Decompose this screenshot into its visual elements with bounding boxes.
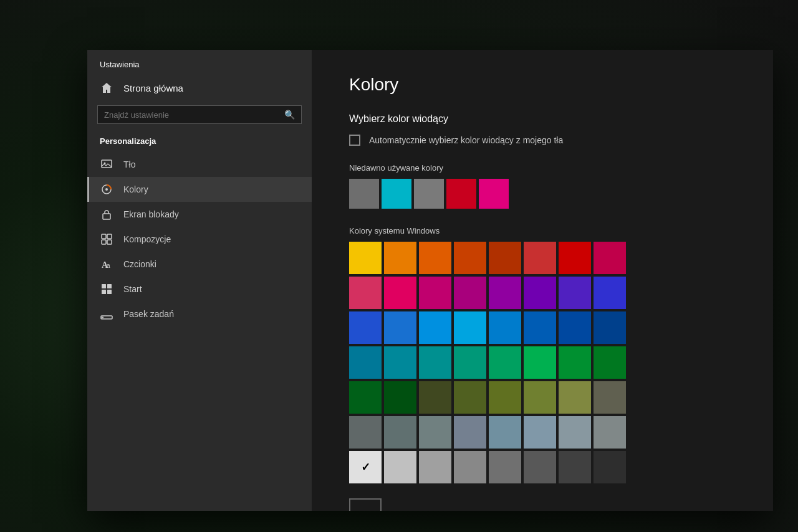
sidebar-item-label-tlo: Tło [123,159,135,169]
sidebar-item-label-start: Start [123,284,142,294]
color-cell-3[interactable] [454,242,486,274]
auto-color-checkbox[interactable] [349,135,360,146]
color-cell-47[interactable] [594,416,626,449]
color-cell-49[interactable] [384,451,416,483]
home-button[interactable]: Strona główna [87,74,312,102]
color-cell-22[interactable] [559,311,591,344]
color-cell-6[interactable] [559,242,591,274]
recent-color-4[interactable] [479,179,509,209]
color-cell-38[interactable] [559,381,591,414]
svg-rect-8 [107,240,112,244]
svg-rect-14 [107,290,112,294]
color-cell-25[interactable] [384,346,416,379]
color-cell-52[interactable] [489,451,521,483]
sidebar-item-czcionki[interactable]: Aa Czcionki [87,252,312,277]
sidebar-item-label-czcionki: Czcionki [123,259,156,269]
color-cell-14[interactable] [559,277,591,309]
auto-color-label: Automatycznie wybierz kolor wiodący z mo… [369,135,563,145]
color-cell-45[interactable] [524,416,556,449]
svg-rect-6 [107,234,112,239]
custom-color-row: + Kolor niestandardowy [349,498,736,511]
color-cell-13[interactable] [524,277,556,309]
color-cell-0[interactable] [349,242,382,274]
color-cell-44[interactable] [489,416,521,449]
search-icon[interactable]: 🔍 [284,110,295,120]
sidebar-item-label-kompozycje: Kompozycje [123,234,171,244]
color-cell-4[interactable] [489,242,521,274]
color-cell-31[interactable] [594,346,626,379]
color-cell-28[interactable] [489,346,521,379]
color-cell-40[interactable] [349,416,382,449]
recent-color-3[interactable] [446,179,476,209]
sidebar-item-label-ekran: Ekran blokady [123,209,179,219]
color-cell-1[interactable] [384,242,416,274]
font-icon: Aa [100,258,113,270]
color-cell-39[interactable] [594,381,626,414]
sidebar-item-start[interactable]: Start [87,277,312,302]
color-cell-2[interactable] [419,242,451,274]
color-cell-27[interactable] [454,346,486,379]
recent-colors-row [349,179,736,209]
color-cell-20[interactable] [489,311,521,344]
color-cell-29[interactable] [524,346,556,379]
color-cell-51[interactable] [454,451,486,483]
svg-rect-5 [102,234,106,239]
svg-rect-0 [102,160,112,168]
color-cell-34[interactable] [419,381,451,414]
color-cell-46[interactable] [559,416,591,449]
auto-color-row: Automatycznie wybierz kolor wiodący z mo… [349,135,736,146]
color-cell-15[interactable] [594,277,626,309]
color-cell-55[interactable] [594,451,626,483]
svg-rect-11 [102,284,106,288]
svg-text:a: a [107,262,110,269]
sidebar-item-kompozycje[interactable]: Kompozycje [87,227,312,252]
color-cell-37[interactable] [524,381,556,414]
sidebar-item-tlo[interactable]: Tło [87,152,312,177]
search-input[interactable] [104,110,284,120]
color-cell-16[interactable] [349,311,382,344]
color-cell-12[interactable] [489,277,521,309]
color-cell-17[interactable] [384,311,416,344]
color-cell-11[interactable] [454,277,486,309]
color-cell-41[interactable] [384,416,416,449]
svg-rect-7 [102,240,106,244]
color-cell-10[interactable] [419,277,451,309]
color-cell-26[interactable] [419,346,451,379]
recent-colors-label: Niedawno używane kolory [349,163,736,173]
color-cell-36[interactable] [489,381,521,414]
sidebar-item-pasek-zadan[interactable]: Pasek zadań [87,302,312,326]
custom-color-button[interactable]: + [349,498,382,511]
color-cell-19[interactable] [454,311,486,344]
color-cell-7[interactable] [594,242,626,274]
color-cell-32[interactable] [349,381,382,414]
color-cell-50[interactable] [419,451,451,483]
app-title: Ustawienia [87,50,312,74]
color-cell-23[interactable] [594,311,626,344]
color-cell-9[interactable] [384,277,416,309]
color-cell-43[interactable] [454,416,486,449]
sidebar-item-label-kolory: Kolory [123,184,148,194]
color-cell-48[interactable]: ✓ [349,451,382,483]
colors-icon [100,183,113,196]
accent-section-title: Wybierz kolor wiodący [349,113,736,125]
color-cell-18[interactable] [419,311,451,344]
recent-color-2[interactable] [414,179,444,209]
color-cell-53[interactable] [524,451,556,483]
search-box[interactable]: 🔍 [97,105,302,124]
color-cell-24[interactable] [349,346,382,379]
color-cell-35[interactable] [454,381,486,414]
color-cell-42[interactable] [419,416,451,449]
color-cell-21[interactable] [524,311,556,344]
color-cell-30[interactable] [559,346,591,379]
svg-rect-16 [102,317,103,318]
personalization-header: Personalizacja [87,131,312,152]
sidebar-item-ekran-blokady[interactable]: Ekran blokady [87,202,312,227]
color-cell-8[interactable] [349,277,382,309]
color-cell-33[interactable] [384,381,416,414]
color-cell-5[interactable] [524,242,556,274]
recent-color-0[interactable] [349,179,379,209]
sidebar-item-kolory[interactable]: Kolory [87,177,312,202]
recent-color-1[interactable] [382,179,411,209]
color-cell-54[interactable] [559,451,591,483]
custom-color-label: Kolor niestandardowy [392,510,481,511]
